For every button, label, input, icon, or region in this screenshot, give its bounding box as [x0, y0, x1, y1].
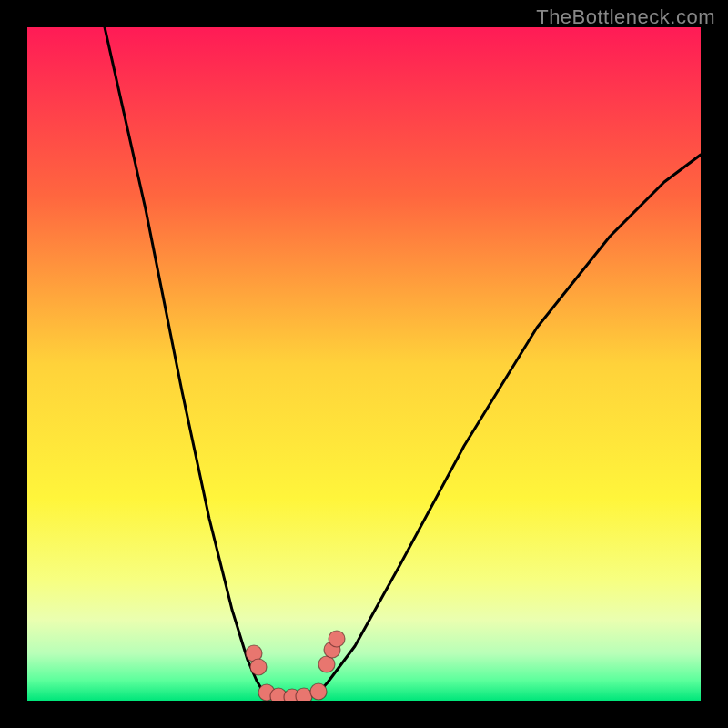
chart-frame: TheBottleneck.com — [0, 0, 728, 728]
bottleneck-curve — [105, 27, 701, 696]
marker-dot — [296, 688, 312, 701]
plot-area — [27, 27, 701, 701]
marker-group — [246, 631, 345, 701]
marker-dot — [310, 683, 327, 700]
curve-layer — [27, 27, 701, 701]
watermark-text: TheBottleneck.com — [536, 5, 715, 29]
marker-dot — [318, 656, 335, 672]
marker-dot — [329, 631, 345, 647]
marker-dot — [250, 659, 267, 675]
